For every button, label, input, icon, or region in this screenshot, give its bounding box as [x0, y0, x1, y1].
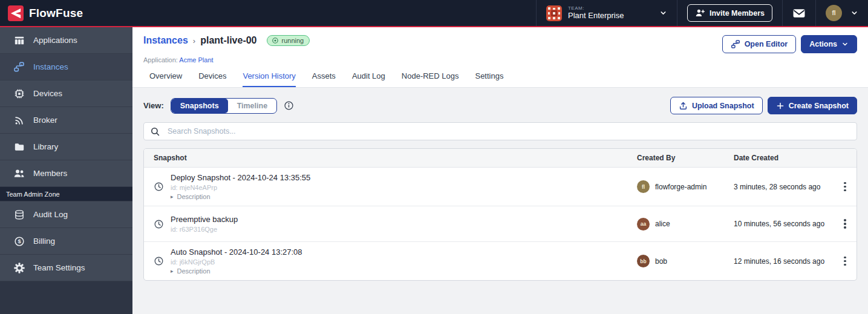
sidebar-item-library[interactable]: Library: [0, 134, 132, 160]
tab-devices[interactable]: Devices: [198, 71, 226, 87]
sidebar-item-label: Library: [33, 142, 58, 151]
tab-audit-log[interactable]: Audit Log: [352, 71, 385, 87]
team-text: TEAM: Plant Enterprise: [568, 5, 624, 20]
application-line: Application: Acme Plant: [143, 56, 857, 64]
caret-right-icon: ▸: [171, 194, 174, 200]
open-editor-button[interactable]: Open Editor: [722, 35, 797, 53]
search-icon: [150, 126, 160, 137]
tab-version-history[interactable]: Version History: [243, 71, 295, 87]
date-created: 3 minutes, 28 seconds ago: [734, 183, 834, 191]
column-snapshot: Snapshot: [144, 154, 637, 162]
avatar: aa: [637, 218, 650, 231]
view-label: View:: [143, 101, 164, 110]
status-dot-icon: [272, 37, 279, 44]
invite-members-label: Invite Members: [710, 9, 765, 18]
sidebar-item-team-settings[interactable]: Team Settings: [0, 255, 132, 281]
sidebar-item-broker[interactable]: Broker: [0, 107, 132, 134]
status-badge: running: [267, 35, 310, 46]
creator-name: bob: [655, 257, 667, 266]
kebab-menu-icon[interactable]: [834, 257, 857, 266]
table-row[interactable]: Preemptive backup id: r63P316Qge aa alic…: [144, 206, 857, 242]
avatar: bb: [637, 255, 650, 267]
clock-icon: [154, 182, 164, 192]
instance-tabs: Overview Devices Version History Assets …: [149, 71, 857, 87]
chevron-down-icon: [841, 41, 849, 48]
date-created: 10 minutes, 56 seconds ago: [734, 220, 834, 228]
team-avatar: [546, 5, 562, 21]
snapshots-table: Snapshot Created By Date Created Deplo: [143, 148, 857, 281]
snapshot-title: Auto Snapshot - 2024-10-24 13:27:08: [171, 247, 302, 257]
sidebar-item-audit-log[interactable]: Audit Log: [0, 201, 132, 228]
kebab-menu-icon[interactable]: [834, 219, 857, 229]
chevron-down-icon: [659, 9, 667, 17]
creator-name: flowforge-admin: [655, 183, 706, 191]
navbar-right: TEAM: Plant Enterprise Invite Members: [536, 0, 868, 26]
description-toggle[interactable]: ▸ Description: [171, 267, 302, 275]
application-link[interactable]: Acme Plant: [179, 56, 213, 64]
status-badge-label: running: [282, 37, 304, 44]
tab-node-red-logs[interactable]: Node-RED Logs: [402, 71, 459, 87]
sidebar-item-label: Audit Log: [33, 210, 68, 219]
team-selector[interactable]: TEAM: Plant Enterprise: [536, 0, 677, 26]
page-header: Instances › plant-live-00 running: [132, 27, 868, 88]
sidebar-item-label: Members: [33, 169, 67, 178]
sidebar-item-applications[interactable]: Applications: [0, 27, 132, 54]
table-row[interactable]: Auto Snapshot - 2024-10-24 13:27:08 id: …: [144, 242, 857, 280]
user-avatar: fl: [826, 5, 842, 21]
actions-button[interactable]: Actions: [801, 35, 857, 53]
notifications-section: [782, 0, 815, 26]
create-snapshot-button[interactable]: Create Snapshot: [768, 97, 857, 114]
sidebar-item-instances[interactable]: Instances: [0, 54, 132, 80]
sidebar-item-label: Instances: [33, 62, 68, 71]
sidebar-item-label: Broker: [33, 116, 57, 125]
top-navbar: FlowFuse TEAM: Plant Enterprise: [0, 0, 868, 27]
search-input[interactable]: [166, 126, 850, 136]
instances-icon: [13, 61, 25, 73]
toggle-timeline[interactable]: Timeline: [228, 99, 276, 113]
tab-assets[interactable]: Assets: [312, 71, 336, 87]
search-bar: [143, 122, 857, 140]
tab-overview[interactable]: Overview: [149, 71, 182, 87]
chevron-down-icon: [850, 9, 858, 17]
broadcast-icon: [13, 115, 25, 126]
create-snapshot-label: Create Snapshot: [789, 102, 849, 110]
breadcrumb: Instances › plant-live-00 running: [143, 35, 310, 46]
invite-members-button[interactable]: Invite Members: [687, 4, 772, 22]
actions-label: Actions: [809, 40, 837, 48]
brand-name: FlowFuse: [29, 7, 83, 20]
kebab-menu-icon[interactable]: [834, 182, 857, 192]
team-admin-zone-label: Team Admin Zone: [0, 187, 132, 201]
clock-icon: [154, 219, 164, 229]
sidebar-item-members[interactable]: Members: [0, 160, 132, 187]
sidebar-item-label: Billing: [33, 237, 55, 246]
svg-text:$: $: [18, 238, 21, 244]
sidebar: Applications Instances Devices Broker: [0, 27, 132, 314]
upload-snapshot-button[interactable]: Upload Snapshot: [670, 97, 763, 114]
table-row[interactable]: Deploy Snapshot - 2024-10-24 13:35:55 id…: [144, 168, 857, 206]
main-area: Instances › plant-live-00 running: [132, 27, 868, 314]
breadcrumb-separator: ›: [193, 36, 195, 45]
sidebar-item-label: Devices: [33, 89, 62, 98]
description-label: Description: [177, 267, 210, 275]
envelope-icon[interactable]: [792, 8, 806, 19]
caret-right-icon: ▸: [171, 268, 174, 274]
snapshot-title: Deploy Snapshot - 2024-10-24 13:35:55: [171, 173, 310, 182]
chip-icon: [13, 88, 25, 99]
gear-icon: [13, 263, 25, 273]
sidebar-item-billing[interactable]: $ Billing: [0, 228, 132, 255]
description-toggle[interactable]: ▸ Description: [171, 193, 310, 200]
version-history-content: View: Snapshots Timeline: [132, 88, 868, 281]
sidebar-item-devices[interactable]: Devices: [0, 80, 132, 107]
breadcrumb-instances-link[interactable]: Instances: [143, 35, 188, 46]
flowfuse-logo-icon: [8, 5, 24, 21]
clock-icon: [154, 256, 164, 266]
toggle-snapshots[interactable]: Snapshots: [171, 99, 228, 113]
info-icon[interactable]: [284, 100, 294, 111]
snapshot-id: id: j6kNGjrQpB: [171, 258, 302, 266]
user-menu[interactable]: fl: [815, 0, 868, 26]
brand-area[interactable]: FlowFuse: [0, 0, 83, 26]
applications-icon: [13, 35, 25, 46]
tab-settings[interactable]: Settings: [475, 71, 503, 87]
dollar-coin-icon: $: [13, 236, 25, 247]
table-header: Snapshot Created By Date Created: [144, 149, 857, 168]
